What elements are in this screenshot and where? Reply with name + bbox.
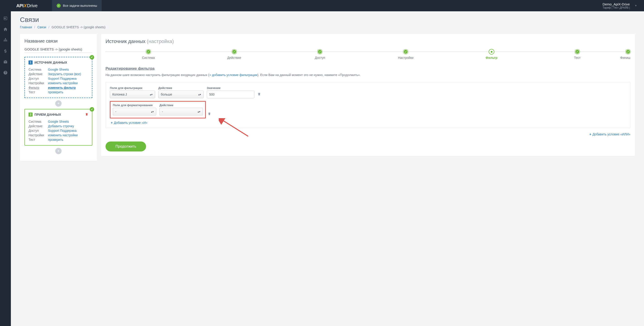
- source-filter[interactable]: изменить фильтр: [48, 85, 88, 90]
- svg-rect-1: [4, 41, 4, 42]
- logo-x-text: X: [24, 3, 27, 8]
- step-access[interactable]: ✓Доступ: [277, 49, 363, 60]
- filter-value-label: Значение: [207, 86, 254, 90]
- filter-action-select[interactable]: больше▴▾: [158, 90, 204, 98]
- connection-panel: Название связи ✓ 1 ИСТОЧНИК ДАННЫХ Систе…: [20, 34, 97, 161]
- source-access[interactable]: Support Поддержка: [48, 76, 88, 81]
- check-icon: ✓: [56, 4, 61, 8]
- label-settings: Настройки: [28, 81, 48, 85]
- chevron-updown-icon: ▴▾: [151, 110, 154, 113]
- logo-drive-text: Drive: [27, 3, 38, 8]
- receiver-settings[interactable]: изменить настройки: [48, 133, 88, 138]
- format-action-label: Действие: [160, 104, 203, 107]
- delete-row-button[interactable]: [258, 92, 261, 98]
- step-finish[interactable]: ✓Финиш: [620, 49, 630, 60]
- svg-rect-2: [5, 41, 6, 42]
- nav-dollar-icon[interactable]: [0, 46, 11, 56]
- source-status-badge: ✓: [90, 55, 94, 60]
- source-settings[interactable]: изменить настройки: [48, 81, 88, 85]
- tasks-status-text: Все задачи выполнены: [63, 4, 97, 8]
- chevron-updown-icon: ▴▾: [150, 93, 152, 96]
- label-access: Доступ: [28, 128, 48, 133]
- nav-sitemap-icon[interactable]: [0, 35, 11, 45]
- label-system: Система: [28, 67, 48, 72]
- step-settings[interactable]: ✓Настройки: [363, 49, 448, 60]
- label-access: Доступ: [28, 76, 48, 81]
- section-title: Редактирование фильтра: [106, 66, 630, 71]
- filter-field-label: Поле для фильтрации: [110, 86, 155, 90]
- step-filter[interactable]: Фильтр: [448, 49, 534, 60]
- connection-heading: Название связи: [24, 38, 92, 44]
- breadcrumb: Главная / Связи / GOOGLE SHEETS -> (goog…: [20, 25, 635, 29]
- receiver-system[interactable]: Google Sheets: [48, 119, 88, 124]
- receiver-title: ПРИЕМ ДАННЫХ: [34, 113, 61, 116]
- label-test: Тест: [28, 138, 48, 142]
- step-system[interactable]: ✓Система: [106, 49, 191, 60]
- stepper: ✓Система ✓Действие ✓Доступ ✓Настройки Фи…: [106, 49, 630, 60]
- label-settings: Настройки: [28, 133, 48, 138]
- source-number-badge: 1: [28, 60, 32, 64]
- source-system[interactable]: Google Sheets: [48, 67, 88, 72]
- format-row-highlighted: Поле для форматирования -▴▾ Действие -▴▾: [110, 101, 206, 118]
- receiver-status-badge: ✓: [90, 107, 94, 112]
- breadcrumb-current: GOOGLE SHEETS -> (google sheets): [52, 25, 106, 29]
- receiver-card: ✓ 2 ПРИЕМ ДАННЫХ СистемаGoogle Sheets Де…: [24, 109, 92, 146]
- label-action: Действие: [28, 72, 48, 76]
- receiver-access[interactable]: Support Поддержка: [48, 128, 88, 133]
- svg-rect-3: [6, 41, 7, 42]
- page-title: Связи: [20, 16, 635, 24]
- format-field-select[interactable]: -▴▾: [113, 108, 156, 116]
- add-filter-condition-link[interactable]: + добавить условие фильтрации: [209, 73, 258, 77]
- tasks-status[interactable]: ✓ Все задачи выполнены: [52, 0, 102, 11]
- label-filter: Фильтр: [28, 85, 48, 90]
- chevron-updown-icon: ▴▾: [198, 110, 200, 113]
- receiver-action[interactable]: Добавить строчку: [48, 124, 88, 128]
- section-description: На данном шаге возможно настроить фильтр…: [106, 73, 630, 78]
- source-title: ИСТОЧНИК ДАННЫХ: [34, 61, 67, 64]
- user-name: Demo_ApiX-Drive: [602, 2, 630, 6]
- receiver-number-badge: 2: [28, 112, 32, 116]
- add-or-condition-link[interactable]: +Добавить условие «ИЛИ»: [590, 132, 630, 136]
- svg-rect-0: [5, 38, 6, 39]
- filter-group: Поле для фильтрации Колонка J▴▾ Действие…: [106, 82, 630, 128]
- add-step-button[interactable]: +: [55, 100, 62, 107]
- filter-action-label: Действие: [158, 86, 204, 90]
- connection-name-input[interactable]: [24, 46, 92, 53]
- source-test[interactable]: проверить: [48, 90, 88, 94]
- delete-row-button[interactable]: [208, 112, 211, 120]
- nav-help-icon[interactable]: [0, 68, 11, 78]
- left-nav: [0, 11, 11, 170]
- format-action-select[interactable]: -▴▾: [160, 108, 203, 116]
- source-action[interactable]: Загрузить строки (все): [48, 72, 88, 76]
- filter-value-input[interactable]: [207, 90, 254, 98]
- nav-home-icon[interactable]: [0, 24, 11, 34]
- nav-briefcase-icon[interactable]: [0, 57, 11, 66]
- filter-field-select[interactable]: Колонка J▴▾: [110, 90, 155, 98]
- source-card: ✓ 1 ИСТОЧНИК ДАННЫХ СистемаGoogle Sheets…: [24, 57, 92, 98]
- continue-button[interactable]: Продолжить: [106, 142, 146, 152]
- format-field-label: Поле для форматирования: [113, 104, 156, 107]
- receiver-test[interactable]: проверить: [48, 138, 88, 142]
- user-tariff: Тариф | Тест ДРАЙВ |: [602, 6, 630, 9]
- user-menu[interactable]: Demo_ApiX-Drive Тариф | Тест ДРАЙВ |: [602, 2, 630, 9]
- settings-heading: Источник данных (настройка): [106, 38, 630, 44]
- logo[interactable]: APIXDrive: [11, 3, 43, 8]
- add-and-condition-link[interactable]: +Добавить условие «И»: [111, 121, 148, 124]
- logo-api-text: API: [16, 3, 24, 8]
- nav-login-icon[interactable]: [0, 14, 11, 23]
- delete-receiver-button[interactable]: [85, 113, 88, 116]
- breadcrumb-links[interactable]: Связи: [37, 25, 46, 29]
- chevron-updown-icon: ▴▾: [198, 93, 201, 96]
- breadcrumb-home[interactable]: Главная: [20, 25, 32, 29]
- step-test[interactable]: ✓Тест: [534, 49, 620, 60]
- add-step-button[interactable]: +: [55, 148, 62, 154]
- main-content: Связи Главная / Связи / GOOGLE SHEETS ->…: [11, 11, 644, 170]
- settings-panel: Источник данных (настройка) ✓Система ✓Де…: [101, 34, 635, 156]
- label-system: Система: [28, 119, 48, 124]
- top-header: APIXDrive ✓ Все задачи выполнены Demo_Ap…: [0, 0, 644, 11]
- label-test: Тест: [28, 90, 48, 94]
- label-action: Действие: [28, 124, 48, 128]
- chevron-down-icon[interactable]: ▼: [634, 4, 637, 7]
- step-action[interactable]: ✓Действие: [191, 49, 277, 60]
